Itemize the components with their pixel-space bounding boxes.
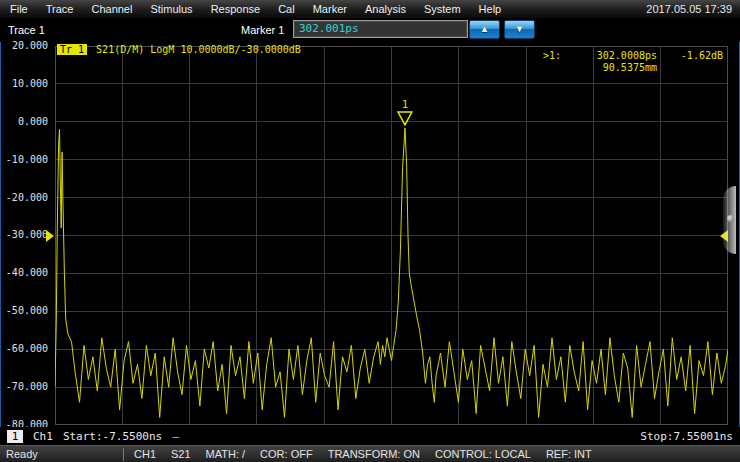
trace-info-line: Tr 1 S21(D/M) LogM 10.0000dB/-30.0000dB bbox=[57, 43, 301, 56]
y-axis-label: 0.000 bbox=[0, 115, 48, 128]
status-parameter: S21 bbox=[171, 448, 191, 460]
marker-decrement-button[interactable]: ▼ bbox=[504, 20, 535, 39]
menu-help[interactable]: Help bbox=[479, 3, 502, 15]
marker-readout-blank bbox=[657, 62, 723, 73]
menu-analysis[interactable]: Analysis bbox=[365, 3, 406, 15]
sweep-stop-value: Stop:7.55001ns bbox=[640, 430, 733, 443]
y-axis-label: -60.000 bbox=[0, 342, 48, 355]
status-correction: COR: OFF bbox=[260, 448, 313, 460]
marker-entry-label: Marker 1 bbox=[241, 18, 284, 42]
channel-label: Ch1 bbox=[33, 430, 53, 443]
marker-1-flag[interactable]: 1 bbox=[398, 99, 412, 125]
down-arrow-icon: ▼ bbox=[515, 25, 524, 34]
sweep-start-value: Start:-7.5500ns bbox=[63, 430, 162, 443]
y-axis-label: -30.000 bbox=[0, 228, 48, 241]
status-channel: CH1 bbox=[134, 448, 156, 460]
marker-readout-blank bbox=[535, 62, 561, 73]
marker-triangle-icon[interactable] bbox=[398, 112, 412, 125]
marker-value-input[interactable]: 302.001ps bbox=[293, 20, 468, 38]
datetime-display: 2017.05.05 17:39 bbox=[646, 3, 732, 15]
status-control: CONTROL: LOCAL bbox=[435, 448, 531, 460]
plot-canvas: 1 bbox=[55, 46, 728, 425]
y-axis-label: -10.000 bbox=[0, 153, 48, 166]
menu-channel[interactable]: Channel bbox=[91, 3, 132, 15]
y-axis-label: -70.000 bbox=[0, 380, 48, 393]
toolbar: Trace 1 Marker 1 302.001ps ▲ ▼ bbox=[0, 18, 740, 42]
status-reference: REF: INT bbox=[546, 448, 592, 460]
menu-stimulus[interactable]: Stimulus bbox=[150, 3, 192, 15]
vna-screen: File Trace Channel Stimulus Response Cal… bbox=[0, 0, 740, 462]
channel-bar: 1 Ch1 Start:-7.5500ns — Stop:7.55001ns bbox=[0, 427, 740, 445]
ref-level-marker-left-icon[interactable] bbox=[46, 230, 54, 242]
menu-response[interactable]: Response bbox=[211, 3, 261, 15]
marker-readout-amplitude: -1.62dB bbox=[657, 50, 723, 61]
status-math: MATH: / bbox=[206, 448, 246, 460]
trace-badge[interactable]: Tr 1 bbox=[57, 44, 87, 55]
y-axis-label: -50.000 bbox=[0, 304, 48, 317]
y-axis-label: 20.000 bbox=[0, 39, 48, 52]
trace-color-legend: — bbox=[172, 430, 179, 443]
y-axis-label: 10.000 bbox=[0, 77, 48, 90]
status-bar: Ready CH1 S21 MATH: / COR: OFF TRANSFORM… bbox=[0, 445, 740, 462]
marker-readout-time: 302.0008ps bbox=[561, 50, 657, 61]
menu-system[interactable]: System bbox=[424, 3, 461, 15]
menu-bar: File Trace Channel Stimulus Response Cal… bbox=[0, 0, 740, 18]
marker-readout-id: >1: bbox=[535, 50, 561, 61]
y-axis-label: -40.000 bbox=[0, 266, 48, 279]
trace-parameters: S21(D/M) LogM 10.0000dB/-30.0000dB bbox=[96, 44, 301, 55]
menu-trace[interactable]: Trace bbox=[46, 3, 74, 15]
instrument-state: Ready bbox=[0, 448, 123, 460]
marker-number-label: 1 bbox=[402, 99, 408, 110]
marker-increment-button[interactable]: ▲ bbox=[469, 20, 500, 39]
channel-number-box[interactable]: 1 bbox=[7, 430, 23, 443]
up-arrow-icon: ▲ bbox=[480, 25, 489, 34]
side-panel-pull-tab[interactable] bbox=[723, 186, 736, 254]
marker-readout-distance: 90.5375mm bbox=[561, 62, 657, 73]
pull-tab-dot-icon bbox=[727, 215, 734, 222]
status-divider bbox=[123, 448, 124, 461]
menu-cal[interactable]: Cal bbox=[278, 3, 295, 15]
menu-marker[interactable]: Marker bbox=[313, 3, 347, 15]
marker-readout: >1: 302.0008ps -1.62dB 90.5375mm bbox=[535, 50, 723, 73]
status-transform: TRANSFORM: ON bbox=[328, 448, 420, 460]
menu-file[interactable]: File bbox=[10, 3, 28, 15]
y-axis-label: -20.000 bbox=[0, 191, 48, 204]
